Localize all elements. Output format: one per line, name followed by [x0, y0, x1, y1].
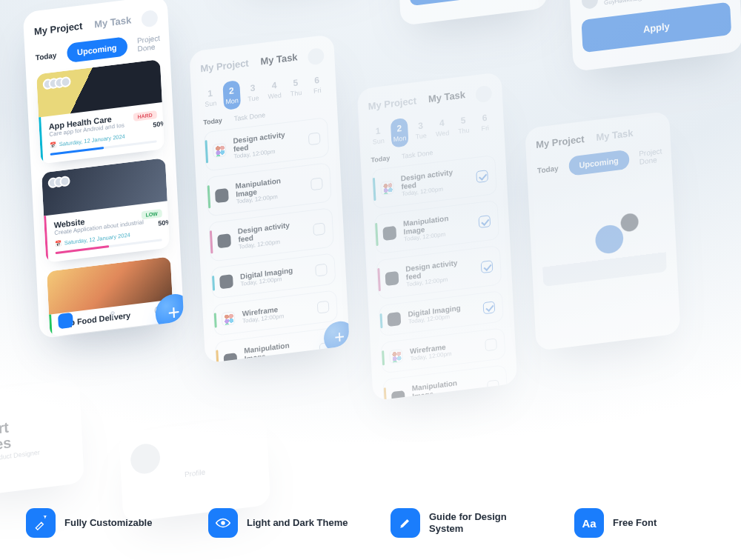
screen-tasks-b: My ProjectMy Task 1Sun 2Mon 3Tue 4Wed 5T…	[357, 72, 518, 401]
figma-icon	[389, 349, 403, 364]
filter-today[interactable]: Today	[203, 116, 222, 126]
figma-icon	[222, 311, 236, 326]
screen-projects: My Project My Task Today Upcoming Projec…	[23, 0, 185, 339]
project-card[interactable]: App Health Care Care app for Android and…	[36, 59, 165, 164]
filter-today[interactable]: Today	[537, 164, 559, 175]
tab-my-project[interactable]: My Project	[200, 57, 249, 74]
calendar-icon: 📅	[55, 240, 62, 247]
checkbox[interactable]	[310, 177, 323, 190]
tab-my-project[interactable]: My Project	[536, 133, 585, 150]
task-row[interactable]: Manipulation ImageToday, 12:00pm	[206, 162, 332, 217]
ps-icon	[385, 270, 399, 285]
tab-my-task[interactable]: My Task	[94, 14, 132, 30]
day[interactable]: 5Thu	[454, 110, 473, 140]
checkbox[interactable]	[487, 379, 499, 393]
tab-my-project[interactable]: My Project	[34, 20, 83, 37]
day[interactable]: 2Mon	[391, 118, 409, 148]
feature: Light and Dark Theme	[208, 508, 349, 538]
tab-my-project[interactable]: My Project	[368, 95, 416, 112]
screen-people: Brooklyn Simmons Guy HawkinsGuyHawkins@e…	[562, 0, 741, 72]
checkbox[interactable]	[308, 132, 320, 145]
filter-today[interactable]: Today	[370, 154, 390, 164]
ps-icon	[215, 188, 229, 203]
avatar	[582, 0, 599, 10]
tab-my-task[interactable]: My Task	[260, 51, 298, 67]
feature: Fully Customizable	[26, 508, 167, 538]
checkbox[interactable]	[479, 215, 491, 228]
day[interactable]: 3Tue	[412, 115, 431, 145]
screen-empty: My ProjectMy Task Today Upcoming Project…	[525, 111, 680, 351]
filter-taskdone[interactable]: Task Done	[402, 149, 433, 160]
task-title: Manipulation Image	[411, 376, 480, 401]
task-row[interactable]: Manipulation ImageToday, 12:00pm	[374, 200, 500, 255]
filter-upcoming[interactable]: Upcoming	[67, 36, 128, 63]
project-card[interactable]: Website Create Application about industr…	[41, 158, 170, 263]
filter-taskdone[interactable]: Task Done	[233, 111, 265, 122]
ps-icon	[382, 225, 396, 240]
feature-strip: Fully Customizable Light and Dark Theme …	[0, 508, 741, 538]
checkbox[interactable]	[483, 301, 496, 314]
filter-done[interactable]: Project Done	[639, 147, 662, 166]
tab-my-task[interactable]: My Task	[596, 127, 634, 143]
profile-label: Profile	[0, 392, 70, 413]
ps-icon	[224, 353, 238, 364]
tab-my-task[interactable]: My Task	[428, 89, 466, 104]
wand-icon	[26, 508, 56, 538]
ps-icon	[219, 274, 233, 289]
day[interactable]: 4Wed	[265, 75, 284, 105]
pencil-icon	[391, 508, 420, 538]
person-mail: GuyHawkins@example.com	[604, 0, 702, 6]
search-icon[interactable]	[141, 9, 158, 27]
day[interactable]: 2Mon	[222, 80, 241, 110]
checkbox[interactable]	[315, 264, 328, 277]
day[interactable]: 4Wed	[433, 113, 451, 143]
task-row[interactable]: Design activity feedToday, 12:00pm	[376, 245, 502, 300]
progress-pct: 50%	[153, 120, 165, 129]
nav-calendar-icon[interactable]	[58, 313, 73, 329]
day[interactable]: 5Thu	[287, 72, 305, 102]
feature-label: Free Font	[613, 517, 657, 529]
figma-icon	[213, 142, 227, 157]
day[interactable]: 6Fri	[308, 70, 326, 100]
screen-create-project: Member ▦ Header Image Choose Header ✚ Cr…	[393, 0, 548, 26]
font-icon: Aa	[574, 508, 604, 538]
search-icon[interactable]	[475, 85, 492, 104]
avatar	[130, 442, 161, 476]
filter-upcoming[interactable]: Upcoming	[568, 150, 630, 176]
feature-label: Light and Dark Theme	[247, 517, 348, 529]
checkbox[interactable]	[313, 222, 325, 236]
task-row[interactable]: Design activity feedToday, 12:00pm	[208, 207, 334, 262]
day[interactable]: 3Tue	[244, 78, 262, 108]
checkbox[interactable]	[317, 301, 330, 314]
task-row[interactable]: Design activity feedToday, 12:00pm	[371, 155, 497, 210]
top-tabs: My Project My Task	[34, 14, 132, 37]
task-title: Manipulation Image	[244, 339, 313, 363]
day[interactable]: 1Sun	[202, 83, 220, 113]
task-row[interactable]: Design activity feedToday, 12:00pm	[204, 117, 330, 172]
create-project-button[interactable]: Create New Project	[408, 0, 536, 6]
ps-icon	[217, 233, 231, 248]
ps-icon	[387, 312, 401, 327]
empty-illustration	[539, 183, 667, 287]
feature: Aa Free Font	[574, 508, 715, 538]
fab-add[interactable]: +	[323, 319, 350, 355]
nav-stats-icon[interactable]: ⫯	[110, 308, 117, 322]
checkbox[interactable]	[476, 170, 488, 183]
ps-icon	[391, 390, 405, 401]
screen-profile: Profile Albert Flores Senior Product Des…	[0, 379, 84, 498]
eye-icon	[208, 508, 238, 538]
filter-done[interactable]: Project Done	[137, 34, 161, 53]
screen-tasks-a: My ProjectMy Task 1Sun 2Mon 3Tue 4Wed 5T…	[189, 34, 350, 363]
filter-today[interactable]: Today	[36, 50, 57, 61]
calendar-icon: 📅	[50, 141, 56, 149]
search-icon[interactable]	[308, 47, 325, 66]
feature-label: Fully Customizable	[64, 517, 152, 529]
svg-point-0	[221, 521, 225, 525]
feature-label: Guide for Design System	[429, 511, 533, 534]
day[interactable]: 1Sun	[369, 120, 388, 150]
day[interactable]: 6Fri	[476, 107, 494, 138]
checkbox[interactable]	[481, 260, 493, 273]
feature: Guide for Design System	[391, 508, 533, 538]
checkbox[interactable]	[485, 338, 497, 351]
figma-icon	[380, 180, 394, 195]
